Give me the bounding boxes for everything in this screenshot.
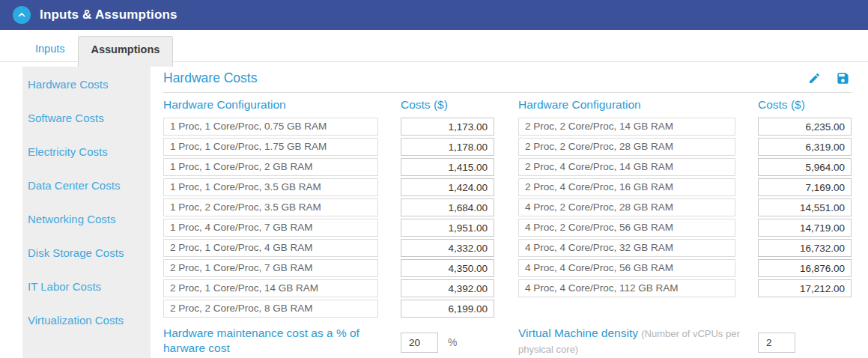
config-field[interactable]: 4 Proc, 4 Core/Proc, 112 GB RAM [518,279,735,297]
config-field[interactable]: 2 Proc, 1 Core/Proc, 14 GB RAM [163,279,378,297]
bottom-assumptions: Hardware maintenance cost as a % of harw… [163,326,852,357]
maintenance-cost-label: Hardware maintenance cost as a % of harw… [163,326,380,356]
main-panel: Hardware Costs Hardware Configuration Co… [163,67,852,358]
cost-input[interactable] [758,178,852,196]
cost-column-right [758,118,852,320]
cost-input[interactable] [758,219,852,237]
chevron-up-icon [17,10,26,19]
tab-assumptions[interactable]: Assumptions [78,36,174,67]
percent-unit-label: % [448,336,457,348]
config-header-right: Hardware Configuration [518,98,758,112]
config-field[interactable]: 2 Proc, 1 Core/Proc, 4 GB RAM [163,239,378,257]
cost-input[interactable] [401,178,494,196]
config-header-left: Hardware Configuration [163,98,401,112]
config-field[interactable]: 2 Proc, 4 Core/Proc, 14 GB RAM [518,158,735,176]
cost-input[interactable] [758,198,852,216]
save-icon [836,71,850,85]
cost-input[interactable] [758,279,852,297]
title-divider [163,92,852,93]
config-field[interactable]: 2 Proc, 1 Core/Proc, 7 GB RAM [163,259,378,277]
vm-density-label: Virtual Machine density (Number of vCPUs… [518,326,743,357]
cost-input[interactable] [401,198,494,216]
save-button[interactable] [836,71,850,85]
cost-input[interactable] [401,279,494,297]
sidebar-item-data-center-costs[interactable]: Data Center Costs [22,169,151,202]
config-field[interactable]: 4 Proc, 4 Core/Proc, 56 GB RAM [518,259,735,277]
config-field[interactable]: 1 Proc, 1 Core/Proc, 3.5 GB RAM [163,178,378,196]
section-title: Hardware Costs [163,70,257,86]
costs-header-right: Costs ($) [758,98,852,112]
cost-input[interactable] [401,300,494,318]
sidebar-item-software-costs[interactable]: Software Costs [22,101,151,135]
config-column-right: 2 Proc, 2 Core/Proc, 14 GB RAM 2 Proc, 2… [518,118,735,320]
cost-input[interactable] [401,239,494,257]
hardware-rows: 1 Proc, 1 Core/Proc, 0.75 GB RAM 1 Proc,… [163,118,852,320]
page-title: Inputs & Assumptions [40,7,177,22]
cost-input[interactable] [401,219,494,237]
config-field[interactable]: 4 Proc, 4 Core/Proc, 32 GB RAM [518,239,735,257]
sidebar: Hardware Costs Software Costs Electricit… [22,67,151,358]
cost-input[interactable] [401,259,494,277]
content-layout: Hardware Costs Software Costs Electricit… [0,67,868,358]
column-headers: Hardware Configuration Costs ($) Hardwar… [163,98,852,112]
config-field[interactable]: 2 Proc, 2 Core/Proc, 8 GB RAM [163,300,378,318]
config-field[interactable]: 2 Proc, 4 Core/Proc, 16 GB RAM [518,178,735,196]
vm-density-input[interactable] [758,333,795,353]
cost-input[interactable] [401,138,494,156]
sidebar-item-networking-costs[interactable]: Networking Costs [22,202,151,236]
config-field[interactable]: 2 Proc, 2 Core/Proc, 14 GB RAM [518,118,735,136]
cost-input[interactable] [758,158,852,176]
cost-input[interactable] [758,138,852,156]
config-field[interactable]: 4 Proc, 2 Core/Proc, 28 GB RAM [518,198,735,216]
pencil-icon [808,72,821,85]
cost-input[interactable] [758,259,852,277]
sidebar-item-disk-storage-costs[interactable]: Disk Storage Costs [22,236,151,270]
cost-column-left [401,118,494,320]
cost-input[interactable] [758,118,852,136]
config-field[interactable]: 1 Proc, 4 Core/Proc, 7 GB RAM [163,219,378,237]
config-field[interactable]: 1 Proc, 1 Core/Proc, 1.75 GB RAM [163,138,378,156]
toolbar [808,71,852,85]
config-field[interactable]: 1 Proc, 2 Core/Proc, 3.5 GB RAM [163,198,378,216]
cost-input[interactable] [401,118,494,136]
cost-input[interactable] [401,158,494,176]
edit-button[interactable] [808,72,821,85]
costs-header-left: Costs ($) [401,98,518,112]
sidebar-item-it-labor-costs[interactable]: IT Labor Costs [22,270,151,303]
config-field[interactable]: 4 Proc, 2 Core/Proc, 56 GB RAM [518,219,735,237]
config-field[interactable]: 2 Proc, 2 Core/Proc, 28 GB RAM [518,138,735,156]
config-column-left: 1 Proc, 1 Core/Proc, 0.75 GB RAM 1 Proc,… [163,118,378,320]
tab-bar: Inputs Assumptions [0,30,868,62]
config-field[interactable]: 1 Proc, 1 Core/Proc, 0.75 GB RAM [163,118,378,136]
sidebar-item-hardware-costs[interactable]: Hardware Costs [22,67,151,101]
maintenance-percent-input[interactable] [401,333,438,353]
collapse-button[interactable] [13,6,31,24]
config-field[interactable]: 1 Proc, 1 Core/Proc, 2 GB RAM [163,158,378,176]
titlebar: Inputs & Assumptions [0,0,868,30]
sidebar-item-virtualization-costs[interactable]: Virtualization Costs [22,303,151,337]
cost-input[interactable] [758,239,852,257]
sidebar-item-electricity-costs[interactable]: Electricity Costs [22,135,151,169]
tab-inputs[interactable]: Inputs [22,36,78,61]
